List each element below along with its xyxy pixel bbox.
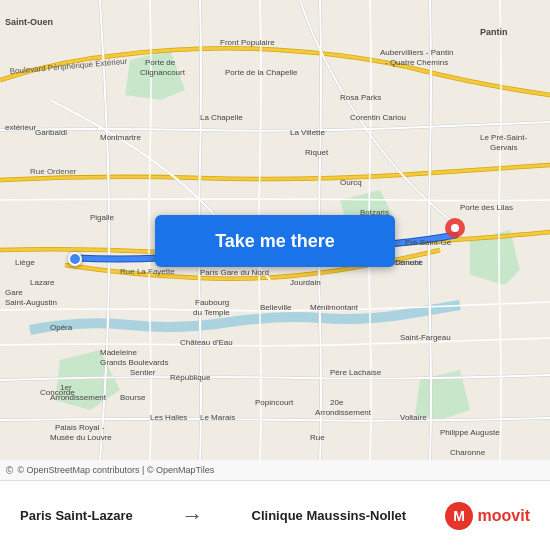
svg-text:Rue Ordener: Rue Ordener xyxy=(30,167,77,176)
svg-text:Palais Royal -: Palais Royal - xyxy=(55,423,105,432)
svg-text:M: M xyxy=(453,508,465,524)
svg-point-70 xyxy=(451,224,459,232)
destination-label: Clinique Maussins-Nollet xyxy=(252,508,407,523)
svg-text:Les Halles: Les Halles xyxy=(150,413,187,422)
svg-text:Lazare: Lazare xyxy=(30,278,55,287)
destination-info: Clinique Maussins-Nollet xyxy=(252,508,407,523)
svg-text:Saint-Augustin: Saint-Augustin xyxy=(5,298,57,307)
svg-text:Pigalle: Pigalle xyxy=(90,213,115,222)
svg-text:République: République xyxy=(170,373,211,382)
svg-text:Rosa Parks: Rosa Parks xyxy=(340,93,381,102)
svg-text:Arrondissement: Arrondissement xyxy=(50,393,107,402)
svg-text:Porte des Lilas: Porte des Lilas xyxy=(460,203,513,212)
svg-text:Gare: Gare xyxy=(5,288,23,297)
svg-text:Ménilmontant: Ménilmontant xyxy=(310,303,359,312)
svg-text:Philippe Auguste: Philippe Auguste xyxy=(440,428,500,437)
svg-text:Le Pré-Saint-: Le Pré-Saint- xyxy=(480,133,527,142)
svg-text:Danube: Danube xyxy=(395,258,424,267)
svg-text:Porte de la Chapelle: Porte de la Chapelle xyxy=(225,68,298,77)
svg-text:Pré Saint-Ge: Pré Saint-Ge xyxy=(405,238,452,247)
attribution-text: © OpenStreetMap contributors | © OpenMap… xyxy=(17,465,214,475)
svg-text:Musée du Louvre: Musée du Louvre xyxy=(50,433,112,442)
svg-text:Faubourg: Faubourg xyxy=(195,298,229,307)
svg-text:La Chapelle: La Chapelle xyxy=(200,113,243,122)
svg-text:Liège: Liège xyxy=(15,258,35,267)
svg-text:extérieur: extérieur xyxy=(5,123,36,132)
moovit-logo-area: M moovit xyxy=(445,502,530,530)
copyright-icon: © xyxy=(6,465,13,476)
svg-text:Front Populaire: Front Populaire xyxy=(220,38,275,47)
svg-text:- Quatre Chemins: - Quatre Chemins xyxy=(385,58,448,67)
map-container: Boulevard Périphérique Extérieur Rue La … xyxy=(0,0,550,460)
origin-marker xyxy=(68,252,82,266)
svg-text:Arrondissement: Arrondissement xyxy=(315,408,372,417)
svg-text:Opéra: Opéra xyxy=(50,323,73,332)
svg-text:Père Lachaise: Père Lachaise xyxy=(330,368,382,377)
svg-text:1er: 1er xyxy=(60,383,72,392)
svg-text:Paris Gare du Nord: Paris Gare du Nord xyxy=(200,268,269,277)
svg-text:du Temple: du Temple xyxy=(193,308,230,317)
moovit-icon: M xyxy=(445,502,473,530)
svg-text:Montmartre: Montmartre xyxy=(100,133,141,142)
svg-text:Porte de: Porte de xyxy=(145,58,176,67)
svg-text:Saint-Fargeau: Saint-Fargeau xyxy=(400,333,451,342)
svg-text:Le Marais: Le Marais xyxy=(200,413,235,422)
svg-text:20e: 20e xyxy=(330,398,344,407)
take-me-there-button[interactable]: Take me there xyxy=(155,215,395,267)
svg-text:Clignancourt: Clignancourt xyxy=(140,68,186,77)
svg-text:Garibaldi: Garibaldi xyxy=(35,128,67,137)
bottom-bar: Paris Saint-Lazare → Clinique Maussins-N… xyxy=(0,480,550,550)
origin-label: Paris Saint-Lazare xyxy=(20,508,133,523)
svg-text:Rue La Fayette: Rue La Fayette xyxy=(120,267,175,276)
svg-text:Ourcq: Ourcq xyxy=(340,178,362,187)
svg-text:Popincourt: Popincourt xyxy=(255,398,294,407)
svg-text:Saint-Ouen: Saint-Ouen xyxy=(5,17,53,27)
svg-text:Aubervilliers - Pantin: Aubervilliers - Pantin xyxy=(380,48,453,57)
svg-text:Charonne: Charonne xyxy=(450,448,486,457)
svg-text:Corentin Cariou: Corentin Cariou xyxy=(350,113,406,122)
origin-info: Paris Saint-Lazare xyxy=(20,508,133,523)
svg-text:Pantin: Pantin xyxy=(480,27,508,37)
svg-text:Belleville: Belleville xyxy=(260,303,292,312)
svg-text:Gervais: Gervais xyxy=(490,143,518,152)
map-attribution: © © OpenStreetMap contributors | © OpenM… xyxy=(0,460,550,480)
svg-text:Sentier: Sentier xyxy=(130,368,156,377)
svg-text:Grands Boulevards: Grands Boulevards xyxy=(100,358,168,367)
svg-text:Riquet: Riquet xyxy=(305,148,329,157)
svg-text:Rue: Rue xyxy=(310,433,325,442)
svg-text:La Villette: La Villette xyxy=(290,128,326,137)
svg-text:Voltaire: Voltaire xyxy=(400,413,427,422)
route-arrow: → xyxy=(181,503,203,529)
svg-text:Bourse: Bourse xyxy=(120,393,146,402)
svg-text:Château d'Eau: Château d'Eau xyxy=(180,338,233,347)
svg-text:Jourdain: Jourdain xyxy=(290,278,321,287)
moovit-text: moovit xyxy=(478,507,530,525)
svg-text:Madeleine: Madeleine xyxy=(100,348,137,357)
